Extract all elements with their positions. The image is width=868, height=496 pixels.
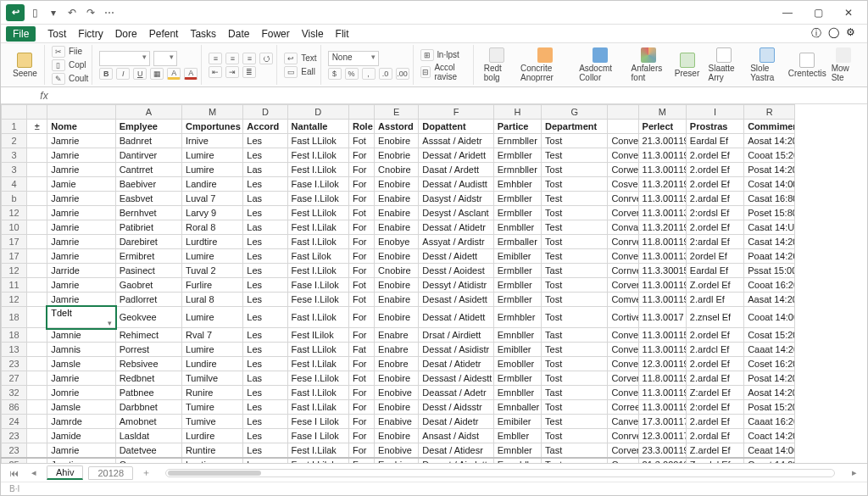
cell[interactable]: Lumire [182, 148, 243, 163]
cell[interactable]: Test [542, 148, 608, 163]
cell[interactable]: Fot [348, 134, 374, 148]
file-tab[interactable]: File [6, 26, 36, 42]
cell[interactable]: 11.3.20119 [638, 177, 686, 192]
cell[interactable]: 11.3.20119 [638, 220, 686, 235]
cell[interactable]: Coact 14:2019 [744, 429, 795, 443]
cell[interactable]: Fest I.Lilak [287, 220, 348, 235]
cell[interactable]: Conrver [608, 235, 638, 249]
cell[interactable]: Tost [542, 206, 608, 220]
cell[interactable]: Fast I.Lilok [287, 235, 348, 249]
cell[interactable]: Fot [348, 371, 374, 386]
cell[interactable]: Enobire [375, 400, 419, 415]
cell[interactable]: Darbbnet [115, 400, 181, 415]
cell[interactable]: Convar [608, 220, 638, 235]
cell[interactable]: 11.3.00119 [638, 163, 686, 177]
currency-button[interactable]: $ [328, 68, 342, 80]
cell[interactable] [27, 357, 47, 371]
cell[interactable]: Bernhvet [115, 206, 181, 220]
contacts-button[interactable]: Crentectis [790, 51, 825, 80]
cell[interactable]: Fast LLilok [287, 134, 348, 148]
cell[interactable] [27, 278, 47, 293]
cell[interactable]: Dessat / Atidetr [419, 220, 493, 235]
cell[interactable]: Enmbller [493, 220, 541, 235]
cell[interactable]: Tost [542, 400, 608, 415]
cell[interactable]: Darebiret [115, 235, 181, 249]
cell[interactable]: Enobive [375, 386, 419, 400]
row-header[interactable]: 1 [2, 120, 27, 134]
cell[interactable]: Enabive [375, 415, 419, 429]
cell[interactable]: 2.ordel Ef [686, 148, 743, 163]
sheet-nav-prev-icon[interactable]: ◂ [26, 467, 42, 478]
cell[interactable]: 12.3.00117 [638, 429, 686, 443]
cell[interactable]: Conver [608, 328, 638, 343]
cell[interactable]: Coset 16:2010 [744, 357, 795, 371]
cell[interactable]: Embller [493, 429, 541, 443]
font-size-combo[interactable] [153, 51, 177, 66]
cell[interactable]: Desst / Aoidest [419, 264, 493, 278]
horizontal-scrollbar[interactable] [165, 469, 835, 477]
cell[interactable]: Tast [542, 443, 608, 458]
wrap-text-button[interactable]: ↩ [284, 53, 298, 64]
cell[interactable]: Conver [608, 134, 638, 148]
cell[interactable]: Fot [348, 293, 374, 307]
cell[interactable]: Tost [542, 371, 608, 386]
cell[interactable]: Tost [542, 357, 608, 371]
cell[interactable]: Canver [608, 415, 638, 429]
underline-button[interactable]: U [133, 68, 147, 80]
decrease-decimal-button[interactable]: .00 [396, 68, 409, 80]
cell[interactable]: Poset 15:8018 [744, 206, 795, 220]
cell[interactable]: 11.8.00119 [638, 371, 686, 386]
cell[interactable]: Runire [182, 386, 243, 400]
row-header[interactable]: 10 [2, 220, 27, 235]
cell[interactable]: 11.3.00119 [638, 400, 686, 415]
cell[interactable]: Rebsivee [115, 357, 181, 371]
cell[interactable]: Tumilve [182, 371, 243, 386]
cell[interactable]: Posat 14:2018 [744, 371, 795, 386]
style5-button[interactable]: Preser [673, 51, 702, 80]
column-header[interactable]: M [638, 105, 686, 120]
cell[interactable]: Cosver [608, 177, 638, 192]
cell[interactable]: For [348, 328, 374, 343]
cell[interactable]: Dessyt / Atidistr [419, 278, 493, 293]
cell-editor[interactable] [51, 307, 111, 319]
cell[interactable]: Jarride [47, 264, 115, 278]
cell[interactable]: Fast I.Lilak [287, 400, 348, 415]
cell[interactable]: Enabre [375, 328, 419, 343]
table-header-cell[interactable] [608, 120, 638, 134]
tab-flit[interactable]: Flit [336, 28, 349, 40]
tab-visle[interactable]: Visle [302, 28, 324, 40]
cell[interactable]: Enabire [375, 206, 419, 220]
cell[interactable]: Jamrie [47, 192, 115, 206]
cell[interactable]: Lumire [182, 163, 243, 177]
row-header[interactable]: 3 [2, 163, 27, 177]
cell[interactable]: 2ordel Ef [686, 249, 743, 264]
cell[interactable] [27, 400, 47, 415]
cell[interactable]: Drsat / Airdiett [419, 328, 493, 343]
cell[interactable]: 11.3.0017 [638, 307, 686, 328]
style1-button[interactable]: Redt bolg [481, 46, 514, 84]
cell[interactable]: Jamsle [47, 357, 115, 371]
cell[interactable]: Datetvee [115, 443, 181, 458]
cell[interactable]: Emibller [493, 249, 541, 264]
font-color-button[interactable]: A [184, 68, 198, 80]
cell[interactable]: Fest LLilok [287, 206, 348, 220]
cell[interactable]: Conver [608, 357, 638, 371]
cell[interactable]: 2.ordel Ef [686, 357, 743, 371]
cell[interactable]: Aosat 14:2018 [744, 134, 795, 148]
cell[interactable]: Cooat 16:2019 [744, 278, 795, 293]
cell[interactable]: Fest I.Lilok [287, 148, 348, 163]
cell[interactable]: Desst / Aidett [419, 249, 493, 264]
cell[interactable]: Z.ardel Ef [686, 443, 743, 458]
cell[interactable] [27, 371, 47, 386]
cell[interactable]: For [348, 192, 374, 206]
cell[interactable]: Z.ordel Ef [686, 278, 743, 293]
cell[interactable]: Emibiler [493, 415, 541, 429]
cell[interactable]: Amobnet [115, 415, 181, 429]
cell[interactable]: Fase I.Lilok [287, 192, 348, 206]
tab-dore[interactable]: Dore [115, 28, 137, 40]
cell[interactable]: Jamie [47, 177, 115, 192]
cell[interactable]: For [348, 415, 374, 429]
cell[interactable]: Landire [182, 177, 243, 192]
table-header-cell[interactable]: Cmportunes [182, 120, 243, 134]
cell[interactable]: Les [243, 343, 287, 357]
